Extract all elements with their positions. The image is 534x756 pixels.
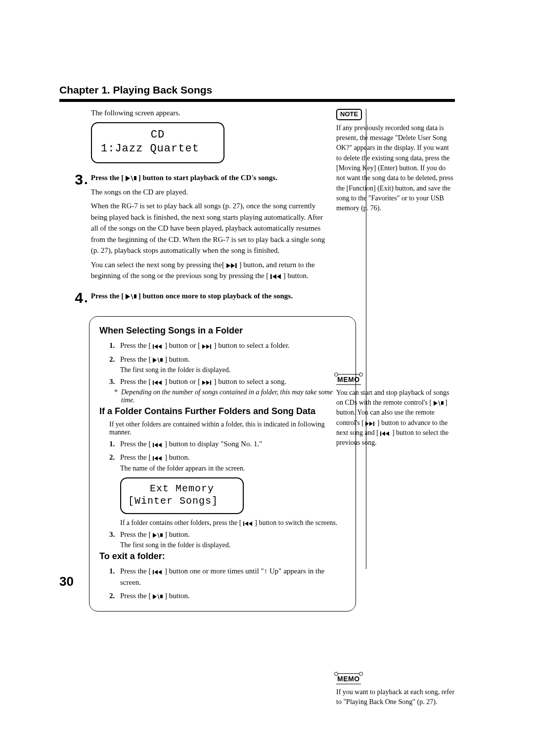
list-item: 1.Press the [ ] button one or more times… [109,566,346,589]
title-rule [59,99,455,102]
next-track-icon [202,344,212,349]
svg-marker-4 [231,263,235,268]
step-number: 3 [59,172,83,187]
svg-line-1 [131,176,133,181]
svg-marker-52 [382,431,385,436]
svg-rect-39 [153,570,154,574]
list-2-note: The first song in the folder is displaye… [120,366,346,374]
memo-block-1: MEMO You can start and stop playback of … [336,374,455,448]
svg-marker-23 [158,380,162,385]
note-text: If any previously recorded song data is … [336,123,455,214]
note-tag: NOTE [336,109,362,120]
chapter-title: Chapter 1. Playing Back Songs [59,84,455,96]
prev-track-icon [153,443,163,447]
svg-marker-22 [154,380,158,385]
intro-text: The following screen appears. [91,109,326,117]
svg-line-43 [158,594,159,599]
svg-line-46 [439,401,440,406]
svg-marker-7 [272,274,276,279]
exit-folder-list: 1.Press the [ ] button one or more times… [109,566,346,602]
svg-line-37 [158,533,159,538]
page-content: Chapter 1. Playing Back Songs The follow… [59,84,455,727]
prev-track-icon [153,344,163,349]
play-stop-icon [153,533,163,538]
memo-tag: MEMO [336,673,361,684]
f2-note: The name of the folder appears in the sc… [120,465,346,472]
spacer [336,234,455,374]
after-lcd-note: If a folder contains other folders, pres… [120,519,346,527]
svg-marker-15 [202,344,206,349]
svg-rect-26 [210,380,211,385]
svg-marker-9 [126,294,130,299]
play-stop-icon [434,401,444,406]
lcd-line-2: [Winter Songs] [128,495,236,507]
play-stop-icon [153,594,163,599]
svg-rect-33 [243,521,244,526]
folder-select-list-2: 3.Press the [ ] button or [ ] button to … [109,376,346,387]
box-heading-2: If a Folder Contains Further Folders and… [99,406,346,417]
step-3-p2: When the RG-7 is set to play back all so… [91,200,326,256]
svg-marker-31 [154,456,158,461]
h2-intro: If yet other folders are contained withi… [109,421,346,436]
folder-select-list: 1.Press the [ ] button or [ ] button to … [109,340,346,365]
lcd-line-1: CD [101,128,215,142]
side-column: NOTE If any previously recorded song dat… [336,109,455,727]
lcd-screen-ext-memory: Ext Memory [Winter Songs] [120,477,244,514]
prev-track-icon [153,456,163,461]
prev-track-icon [153,570,163,574]
nested-folder-list-2: 3.Press the [ ] button. [109,529,346,540]
svg-rect-21 [153,380,154,385]
list-item: 3.Press the [ ] button. [109,529,346,540]
list-3-note: *Depending on the number of songs contai… [114,388,346,404]
column-divider [366,109,366,569]
svg-marker-13 [154,344,158,349]
step-3: 3 . Press the [ ] button to start playba… [59,172,326,282]
list-item: 2.Press the [ ] button. [109,590,346,602]
prev-track-icon [153,380,163,385]
list-item: 2.Press the [ ] button. [109,354,346,365]
svg-rect-50 [373,422,374,426]
box-heading-1: When Selecting Songs in a Folder [99,326,346,336]
step-3-p1: The songs on the CD are played. [91,187,326,198]
nested-folder-list: 1.Press the [ ] button to display "Song … [109,438,346,464]
list-item: 3.Press the [ ] button or [ ] button to … [109,376,346,387]
svg-marker-24 [202,380,206,385]
svg-line-10 [131,294,133,299]
svg-marker-34 [245,521,248,526]
memo-tag: MEMO [336,374,361,385]
step-dot: . [84,290,88,306]
step-body: Press the [ ] button to start playback o… [91,172,326,282]
svg-marker-0 [126,176,130,181]
svg-marker-45 [434,401,438,406]
prev-track-icon [243,521,253,526]
two-column-layout: The following screen appears. CD 1:Jazz … [59,109,455,727]
next-track-icon [226,263,237,268]
next-track-icon [202,380,212,385]
svg-marker-49 [369,422,373,426]
svg-marker-14 [158,344,162,349]
svg-marker-36 [153,533,157,538]
play-stop-icon [126,294,136,299]
list-item: 2.Press the [ ] button. [109,452,346,463]
svg-marker-42 [153,594,157,599]
svg-rect-17 [210,344,211,349]
memo-2-text: If you want to playback at each song, re… [336,687,455,708]
folder-selection-box: When Selecting Songs in a Folder 1.Press… [89,316,356,611]
memo-1-text: You can start and stop playback of songs… [336,388,455,448]
main-column: The following screen appears. CD 1:Jazz … [59,109,326,612]
svg-marker-40 [154,570,158,574]
play-stop-icon [153,358,163,363]
lcd-line-2: 1:Jazz Quartet [101,142,215,156]
svg-marker-25 [206,380,210,385]
svg-marker-35 [249,521,252,526]
step-3-heading: Press the [ ] button to start playback o… [91,174,277,182]
svg-rect-12 [153,344,154,349]
svg-marker-53 [386,431,389,436]
list-item: 1.Press the [ ] button or [ ] button to … [109,340,346,351]
svg-rect-6 [270,274,272,279]
step-4-heading: Press the [ ] button once more to stop p… [91,292,293,300]
step-3-p3: You can select the next song by pressing… [91,259,326,282]
svg-marker-8 [277,274,281,279]
svg-rect-5 [235,263,237,268]
svg-marker-32 [158,456,162,461]
